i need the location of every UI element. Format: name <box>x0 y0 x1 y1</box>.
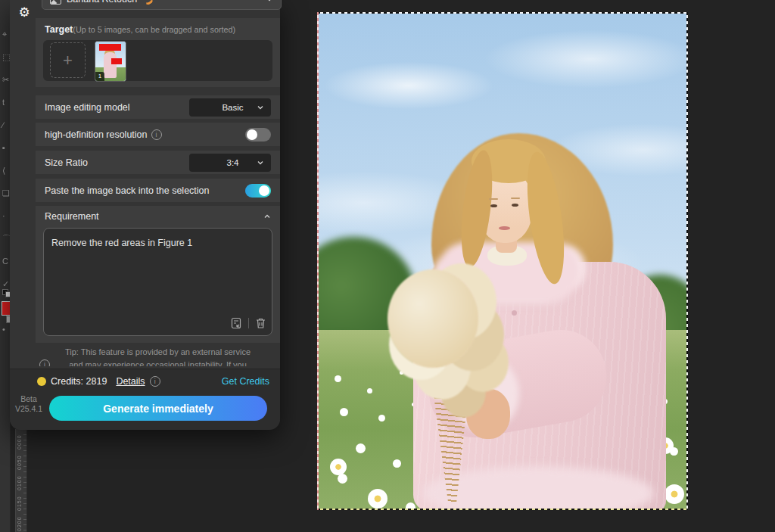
info-icon[interactable]: i <box>151 129 162 140</box>
photo-brow <box>511 198 520 199</box>
thumb-red-mark <box>111 58 122 64</box>
credits-dot-icon <box>37 377 46 386</box>
photo-cardigan-button <box>512 310 517 316</box>
thumb-girl <box>104 52 117 78</box>
get-credits-link[interactable]: Get Credits <box>222 376 269 387</box>
info-icon: i <box>39 359 50 366</box>
photo-lips <box>499 226 510 230</box>
requirement-section: Requirement Remove the red areas in Figu… <box>36 206 280 343</box>
chevron-down-icon <box>266 0 273 3</box>
ruler-number: 0150 <box>17 490 22 511</box>
trash-icon[interactable] <box>255 317 266 329</box>
hd-row: high-definition resolutioni <box>36 123 280 146</box>
ruler-number: 0050 <box>17 450 22 470</box>
photo-daisy <box>368 489 388 509</box>
photo-girl-in-field <box>318 14 687 509</box>
hd-label: high-definition resolutioni <box>45 129 162 140</box>
selection-ants-bottom <box>317 509 688 510</box>
selection-ants-top <box>317 12 688 14</box>
generate-button[interactable]: Generate immediately <box>49 396 267 421</box>
target-title: Target <box>45 24 73 35</box>
ratio-value: 3:4 <box>227 158 239 167</box>
thumbnail-index-badge: 1 <box>95 72 104 81</box>
toggle-knob <box>247 129 257 140</box>
add-image-button[interactable]: + <box>50 42 86 78</box>
app-window: ⌖⬚✂t∕▪⟨❏·⌒C✓⌁• 00000050010001500200 <box>0 0 775 532</box>
paste-back-row: Paste the image back into the selection <box>36 179 280 202</box>
preset-dropdown[interactable]: Banana Retouch <box>42 0 282 10</box>
chevron-down-icon <box>257 159 264 166</box>
chevron-down-icon <box>257 104 264 111</box>
paste-back-label: Paste the image back into the selection <box>45 185 210 196</box>
credits-label: Credits: 2819 <box>51 376 107 387</box>
canvas-photo[interactable] <box>318 14 687 509</box>
vertical-ruler: 00000050010001500200 <box>15 429 27 532</box>
target-section: Target(Up to 5 images, can be dragged an… <box>36 18 280 87</box>
ratio-select[interactable]: 3:4 <box>189 154 271 172</box>
photo-daisy <box>330 459 347 475</box>
photo-daisy <box>665 484 684 504</box>
ruler-number: 0100 <box>17 470 22 490</box>
version-label: Beta V25.4.1 <box>10 394 48 414</box>
ratio-label: Size Ratio <box>45 157 88 168</box>
target-box: + 1 <box>43 40 272 81</box>
ps-tool-list: ⌖⬚✂t∕▪⟨❏·⌒C✓⌁• <box>0 0 10 334</box>
saved-prompts-icon[interactable] <box>230 317 242 329</box>
banana-emoji-icon <box>142 0 155 6</box>
target-hint: (Up to 5 images, can be dragged and sort… <box>73 25 235 34</box>
photo-eye <box>512 204 518 207</box>
selection-ants-left <box>317 12 319 510</box>
ruler-number: 0000 <box>17 429 22 450</box>
thumb-red-mark <box>99 44 121 51</box>
info-icon[interactable]: i <box>150 376 160 387</box>
tip-line2: and may experience occasional instabilit… <box>36 359 280 366</box>
photo-brow <box>489 198 498 200</box>
image-icon <box>50 0 61 5</box>
plugin-panel: ⚙ Banana Retouch Target(Up to 5 images, … <box>10 0 280 429</box>
selection-ants-right <box>686 12 688 510</box>
icon-divider <box>248 318 249 328</box>
hd-toggle[interactable] <box>245 128 271 142</box>
model-select[interactable]: Basic <box>189 98 271 117</box>
gear-icon[interactable]: ⚙ <box>17 5 32 20</box>
photo-bouquet-blooms <box>388 269 478 368</box>
ruler-number: 0200 <box>17 511 22 531</box>
ps-toolbar: ⌖⬚✂t∕▪⟨❏·⌒C✓⌁• <box>0 0 11 532</box>
panel-footer: Credits: 2819 Details i Get Credits Gene… <box>10 369 280 430</box>
chevron-up-icon[interactable] <box>263 213 271 220</box>
requirement-title: Requirement <box>45 211 99 222</box>
model-row: Image editing model Basic <box>36 95 280 119</box>
tip-line1: Tip: This feature is provided by an exte… <box>36 346 280 359</box>
tip-text: i Tip: This feature is provided by an ex… <box>36 346 280 366</box>
photo-eye <box>490 204 497 207</box>
model-label: Image editing model <box>45 102 130 113</box>
photo-daisies <box>335 375 341 382</box>
photo-girl-hand <box>466 389 510 439</box>
details-link[interactable]: Details <box>116 376 145 387</box>
target-thumbnail[interactable]: 1 <box>95 41 126 82</box>
model-value: Basic <box>222 103 243 112</box>
preset-label: Banana Retouch <box>67 0 137 5</box>
toggle-knob <box>259 185 269 196</box>
ratio-row: Size Ratio 3:4 <box>36 151 280 174</box>
paste-back-toggle[interactable] <box>245 184 271 198</box>
